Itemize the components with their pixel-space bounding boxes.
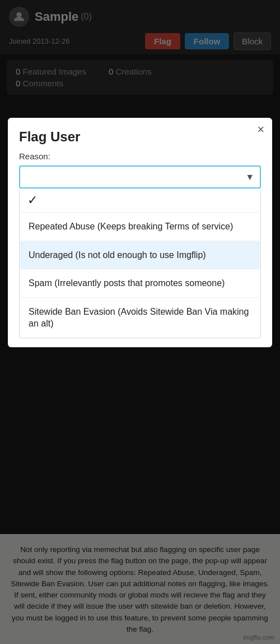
modal-close-button[interactable]: ×: [257, 123, 264, 136]
checkmark-icon: ✓: [27, 193, 38, 207]
flag-user-modal: × Flag User Reason: ▼ ✓ Repeated Abuse (…: [8, 118, 272, 347]
modal-title: Flag User: [19, 129, 261, 145]
reason-select[interactable]: [19, 165, 261, 188]
checkmark-row[interactable]: ✓: [20, 188, 260, 213]
dropdown-item-label: Sitewide Ban Evasion (Avoids Sitewide Ba…: [29, 307, 249, 329]
dropdown-item-repeated-abuse[interactable]: Repeated Abuse (Keeps breaking Terms of …: [20, 213, 260, 241]
dropdown-item-ban-evasion[interactable]: Sitewide Ban Evasion (Avoids Sitewide Ba…: [20, 298, 260, 338]
dropdown-menu: ✓ Repeated Abuse (Keeps breaking Terms o…: [19, 188, 261, 338]
dropdown-item-underaged[interactable]: Underaged (Is not old enough to use Imgf…: [20, 241, 260, 270]
dropdown-item-spam[interactable]: Spam (Irrelevantly posts that promotes s…: [20, 269, 260, 298]
dropdown-item-label: Underaged (Is not old enough to use Imgf…: [29, 250, 206, 260]
reason-dropdown-container[interactable]: ▼: [19, 165, 261, 188]
dropdown-item-label: Repeated Abuse (Keeps breaking Terms of …: [29, 222, 233, 231]
dropdown-item-label: Spam (Irrelevantly posts that promotes s…: [29, 278, 225, 288]
reason-label: Reason:: [19, 151, 261, 161]
